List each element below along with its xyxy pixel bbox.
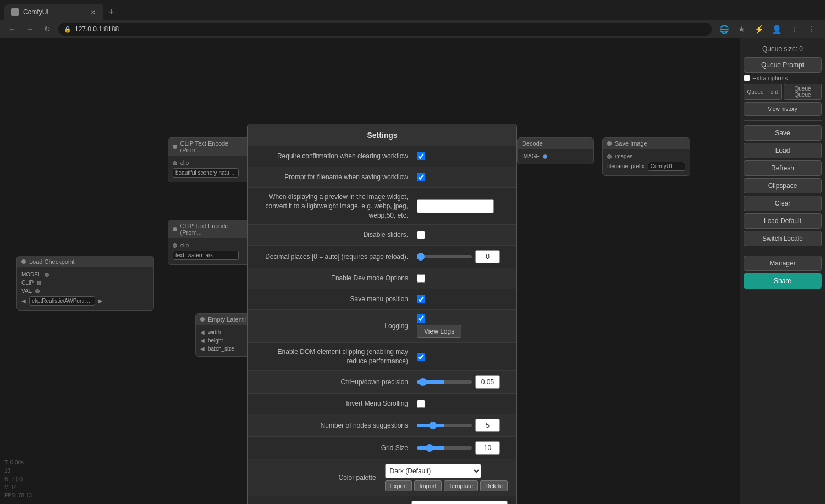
- clear-button[interactable]: Clear: [744, 196, 822, 211]
- color-template-button[interactable]: Template: [444, 480, 479, 491]
- queue-sub-row: Queue Front Queue Queue: [744, 84, 822, 100]
- settings-checkbox-invertscroll[interactable]: [417, 400, 425, 408]
- settings-checkbox-savemenu[interactable]: [417, 295, 425, 303]
- settings-input-preview[interactable]: [417, 199, 494, 213]
- queue-front-button[interactable]: Queue Front: [744, 84, 782, 100]
- load-button[interactable]: Load: [744, 143, 822, 158]
- settings-checkbox-confirm[interactable]: [417, 152, 425, 160]
- queue-prompt-button[interactable]: Queue Prompt: [744, 57, 822, 73]
- color-delete-button[interactable]: Delete: [480, 480, 508, 491]
- view-history-button[interactable]: View history: [744, 102, 822, 116]
- settings-label-logging: Logging: [257, 322, 417, 331]
- reload-button[interactable]: ↻: [41, 23, 54, 36]
- settings-control-colorpalette: Dark (Default) Light Export Import Templ…: [385, 464, 508, 491]
- extra-options-checkbox[interactable]: [744, 75, 750, 81]
- settings-number-gridsize[interactable]: [475, 441, 500, 455]
- forward-button[interactable]: →: [23, 23, 36, 36]
- node-clip2-row1: clip: [173, 241, 248, 250]
- node-save-images: images: [607, 152, 685, 160]
- node-save-images-connector: [607, 154, 612, 159]
- settings-row-sliders: Disable sliders.: [248, 225, 516, 246]
- color-export-button[interactable]: Export: [385, 480, 413, 491]
- node-load-arrow[interactable]: ◀: [21, 298, 26, 304]
- sidebar-divider1: [744, 120, 822, 121]
- settings-title: Settings: [248, 124, 516, 146]
- settings-control-logging: View Logs: [417, 314, 508, 338]
- settings-checkbox-domclip[interactable]: [417, 353, 425, 361]
- node-empty-width-arrow: ◀: [200, 329, 205, 335]
- profile-icon[interactable]: 👤: [769, 21, 784, 37]
- downloads-icon[interactable]: ↓: [787, 21, 802, 37]
- settings-control-preview: [417, 199, 508, 213]
- node-clip2-title: CLIP Text Encode (Prom...: [180, 223, 248, 236]
- settings-number-suggestions[interactable]: [475, 419, 500, 432]
- node-load-title: Load Checkpoint: [29, 258, 75, 265]
- node-load-clip-connector: [37, 281, 41, 285]
- extensions-icon[interactable]: ⚡: [751, 21, 767, 37]
- browser-tab[interactable]: ComfyUI ✕: [4, 4, 103, 20]
- manager-button[interactable]: Manager: [744, 256, 822, 271]
- debug-line4: V: 14: [4, 483, 32, 491]
- share-button[interactable]: Share: [744, 273, 822, 289]
- settings-label-savemenu: Save menu position: [257, 295, 417, 304]
- settings-number-precision[interactable]: [475, 375, 500, 389]
- right-sidebar: Queue size: 0 Queue Prompt Extra options…: [740, 38, 825, 504]
- refresh-button[interactable]: Refresh: [744, 160, 822, 176]
- settings-checkbox-sliders[interactable]: [417, 231, 425, 239]
- node-clip2-text[interactable]: text, watermark: [173, 251, 239, 260]
- settings-label-domclip: Enable DOM element clipping (enabling ma…: [257, 347, 417, 366]
- settings-row-domclip: Enable DOM element clipping (enabling ma…: [248, 343, 516, 371]
- color-btn-group: Export Import Template Delete: [385, 480, 508, 491]
- node-clip1-text[interactable]: beautiful scenery nature glass b...: [173, 168, 239, 178]
- bookmark-icon[interactable]: ★: [734, 21, 749, 37]
- lang-select-display[interactable]: English (US) ▼: [411, 501, 508, 504]
- node-load-filename[interactable]: ckptRealistic/AWPortrait_v1.1.1.safetens…: [29, 296, 95, 306]
- node-load-model-label: MODEL: [21, 272, 41, 278]
- settings-label-invertscroll: Invert Menu Scrolling: [257, 399, 417, 408]
- settings-slider-suggestions[interactable]: [417, 424, 472, 427]
- node-clip2: CLIP Text Encode (Prom... clip text, wat…: [168, 220, 253, 265]
- address-bar[interactable]: 🔒 127.0.0.1:8188: [58, 23, 712, 36]
- settings-checkbox-logging[interactable]: [417, 314, 425, 323]
- settings-number-decimal[interactable]: [475, 250, 500, 263]
- new-tab-button[interactable]: +: [103, 4, 119, 20]
- settings-label-suggestions: Number of nodes suggestions: [257, 421, 417, 430]
- settings-slider-decimal-container: [417, 250, 500, 263]
- node-save-prefix-value[interactable]: ComfyUI: [648, 162, 685, 171]
- settings-checkbox-devmode[interactable]: [417, 274, 425, 283]
- node-decode-image-connector: [543, 154, 547, 159]
- settings-select-colorpalette[interactable]: Dark (Default) Light: [385, 464, 481, 478]
- load-default-button[interactable]: Load Default: [744, 213, 822, 229]
- extra-options-label: Extra options: [752, 75, 788, 81]
- node-load-play[interactable]: ▶: [98, 298, 103, 304]
- node-empty-dot: [200, 317, 205, 322]
- settings-slider-decimal[interactable]: [417, 255, 472, 258]
- node-save-prefix: filename_prefix ComfyUI: [607, 160, 685, 172]
- settings-row-colorpalette: Color palette Dark (Default) Light Expor…: [248, 459, 516, 496]
- node-save-images-label: images: [615, 153, 632, 159]
- tab-close-button[interactable]: ✕: [89, 8, 97, 16]
- clipspace-button[interactable]: Clipspace: [744, 178, 822, 193]
- address-text: 127.0.0.1:8188: [75, 25, 119, 33]
- settings-slider-gridsize[interactable]: [417, 446, 472, 450]
- settings-label-decimal: Decimal places [0 = auto] (requires page…: [257, 252, 417, 262]
- node-clip1-dot: [173, 145, 177, 149]
- menu-icon[interactable]: ⋮: [804, 21, 820, 37]
- translate-icon[interactable]: 🌐: [716, 21, 732, 37]
- node-save-body: images filename_prefix ComfyUI: [603, 149, 690, 175]
- settings-label-confirm: Require confirmation when clearing workf…: [257, 152, 417, 161]
- back-button[interactable]: ←: [6, 23, 19, 36]
- node-save-dot: [607, 141, 612, 146]
- queue-queue-button[interactable]: Queue Queue: [784, 84, 822, 100]
- settings-row-preview: When displaying a preview in the image w…: [248, 188, 516, 225]
- settings-control-devmode: [417, 274, 508, 283]
- settings-label-sliders: Disable sliders.: [257, 230, 417, 240]
- save-button[interactable]: Save: [744, 125, 822, 141]
- view-logs-button[interactable]: View Logs: [417, 325, 461, 338]
- settings-checkbox-filename[interactable]: [417, 173, 425, 181]
- settings-control-savemenu: [417, 295, 508, 303]
- color-import-button[interactable]: Import: [414, 480, 441, 491]
- switch-locale-button[interactable]: Switch Locale: [744, 231, 822, 246]
- settings-slider-precision[interactable]: [417, 380, 472, 384]
- browser-chrome: ComfyUI ✕ + ← → ↻ 🔒 127.0.0.1:8188 🌐 ★ ⚡…: [0, 0, 825, 38]
